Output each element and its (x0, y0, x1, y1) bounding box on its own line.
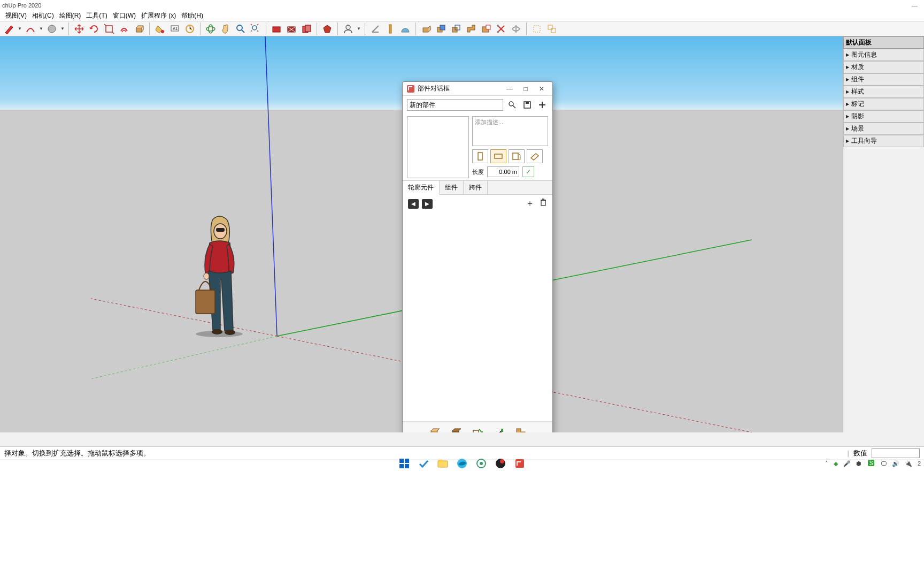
user-tool[interactable] (341, 22, 355, 36)
nav-next-button[interactable]: ▶ (422, 199, 433, 209)
arc-tool[interactable] (24, 22, 37, 36)
tray-display-icon[interactable]: 🖵 (881, 460, 887, 467)
footer-eyedropper-tool[interactable] (492, 426, 505, 433)
menu-view[interactable]: 视图(V) (5, 11, 27, 20)
length-input[interactable] (487, 166, 519, 177)
union-tool[interactable] (464, 22, 478, 36)
offset-tool[interactable] (117, 22, 131, 36)
footer-tool-5[interactable] (514, 426, 527, 433)
rotate-tool[interactable] (87, 22, 101, 36)
component-dialog[interactable]: 部件对话框 — □ ✕ 添加描述... (402, 81, 553, 432)
dialog-close-button[interactable]: ✕ (535, 83, 548, 94)
footer-tool-1[interactable] (428, 426, 441, 433)
glue-option-2[interactable] (490, 149, 506, 163)
tape-measure-tool[interactable] (383, 22, 397, 36)
intersect-tool[interactable] (449, 22, 463, 36)
tab-component[interactable]: 组件 (440, 181, 464, 194)
menu-draw[interactable]: 绘图(R) (59, 11, 81, 20)
menu-tools[interactable]: 工具(T) (86, 11, 107, 20)
add-item-icon[interactable]: ＋ (526, 198, 534, 209)
tray-clock[interactable]: 2 (918, 460, 921, 467)
taskbar-app2-icon[interactable] (492, 455, 509, 471)
component-description-input[interactable]: 添加描述... (472, 116, 548, 146)
pushpull-tool[interactable] (132, 22, 146, 36)
tab-span[interactable]: 跨件 (464, 181, 488, 194)
tray-item-materials[interactable]: 材质 (843, 61, 924, 73)
save-icon[interactable] (521, 99, 533, 111)
tray-item-tags[interactable]: 标记 (843, 98, 924, 110)
box-select-tool[interactable] (530, 22, 544, 36)
axes-tool[interactable] (368, 22, 382, 36)
viewport-3d[interactable]: 部件对话框 — □ ✕ 添加描述... (0, 36, 843, 432)
paint-bucket-tool[interactable] (153, 22, 167, 36)
tray-item-components[interactable]: 组件 (843, 73, 924, 86)
orbit-tool[interactable] (204, 22, 218, 36)
tray-icon-1[interactable]: ◆ (834, 460, 838, 467)
footer-tool-3[interactable] (471, 426, 484, 433)
scale-tool[interactable] (102, 22, 116, 36)
move-tool[interactable] (72, 22, 86, 36)
taskbar-explorer-icon[interactable] (435, 455, 451, 471)
minimize-button[interactable]: — (912, 2, 918, 9)
tray-item-scenes[interactable]: 场景 (843, 123, 924, 135)
zoom-extents-tool[interactable] (249, 22, 263, 36)
tray-volume-icon[interactable]: 🔊 (892, 460, 899, 467)
dimension-tool[interactable] (183, 22, 197, 36)
menu-window[interactable]: 窗口(W) (113, 11, 136, 20)
length-confirm-button[interactable]: ✓ (522, 166, 534, 177)
trim-tool[interactable] (494, 22, 508, 36)
search-icon[interactable] (506, 99, 518, 111)
dialog-minimize-button[interactable]: — (503, 83, 516, 94)
tray-battery-icon[interactable]: 🔌 (905, 460, 912, 467)
split-tool[interactable] (509, 22, 523, 36)
taskbar-todo-icon[interactable] (415, 455, 432, 471)
menu-help[interactable]: 帮助(H) (181, 11, 203, 20)
svg-rect-54 (399, 459, 404, 463)
outer-shell-tool[interactable] (434, 22, 448, 36)
glue-option-1[interactable] (472, 149, 488, 163)
component-list-area[interactable] (403, 212, 552, 421)
followme-tool[interactable] (419, 22, 433, 36)
circle-tool[interactable] (45, 22, 59, 36)
add-icon[interactable] (536, 99, 548, 111)
menu-extensions[interactable]: 扩展程序 (x) (141, 11, 176, 20)
pencil-tool[interactable] (2, 22, 16, 36)
lasso-select-tool[interactable] (545, 22, 559, 36)
tray-icon-3[interactable]: S (867, 459, 875, 468)
glue-option-3[interactable] (509, 149, 525, 163)
subtract-tool[interactable] (479, 22, 493, 36)
tray-icon-2[interactable]: ⬢ (856, 460, 861, 467)
section-fill-tool[interactable] (299, 22, 313, 36)
dialog-titlebar[interactable]: 部件对话框 — □ ✕ (403, 82, 552, 96)
ruby-tool[interactable] (320, 22, 334, 36)
footer-tool-2[interactable] (450, 426, 463, 433)
zoom-tool[interactable] (234, 22, 248, 36)
tray-chevron-icon[interactable]: ˄ (825, 460, 828, 467)
dialog-maximize-button[interactable]: □ (519, 83, 532, 94)
menu-camera[interactable]: 相机(C) (32, 11, 54, 20)
protractor-tool[interactable] (398, 22, 412, 36)
start-button[interactable] (396, 455, 412, 471)
arc-dropdown[interactable]: ▼ (38, 26, 44, 31)
section-display-tool[interactable] (284, 22, 298, 36)
taskbar-sketchup-icon[interactable] (512, 455, 528, 471)
tray-item-instructor[interactable]: 工具向导 (843, 135, 924, 147)
taskbar-edge-icon[interactable] (454, 455, 470, 471)
component-name-input[interactable] (407, 99, 503, 111)
text-tool[interactable]: A1 (168, 22, 182, 36)
pencil-dropdown[interactable]: ▼ (17, 26, 22, 31)
pan-tool[interactable] (219, 22, 233, 36)
tray-item-entity-info[interactable]: 图元信息 (843, 49, 924, 61)
section-plane-tool[interactable] (270, 22, 283, 36)
delete-item-icon[interactable] (540, 198, 547, 209)
tab-profile[interactable]: 轮廓元件 (403, 181, 440, 195)
taskbar-app1-icon[interactable] (473, 455, 489, 471)
nav-prev-button[interactable]: ◀ (408, 199, 419, 209)
tray-header[interactable]: 默认面板 (843, 36, 924, 49)
user-dropdown[interactable]: ▼ (356, 26, 361, 31)
circle-dropdown[interactable]: ▼ (60, 26, 65, 31)
tray-item-styles[interactable]: 样式 (843, 86, 924, 98)
glue-option-4[interactable] (527, 149, 543, 163)
tray-item-shadows[interactable]: 阴影 (843, 110, 924, 123)
tray-mic-icon[interactable]: 🎤 (843, 460, 851, 467)
